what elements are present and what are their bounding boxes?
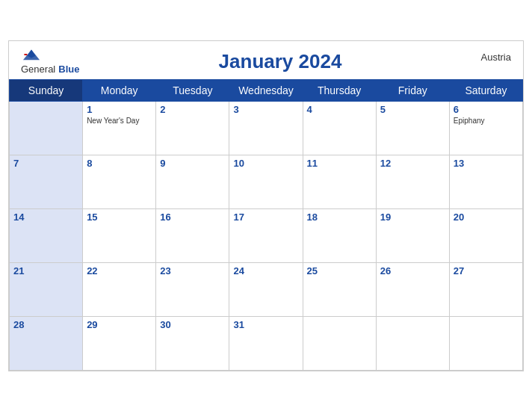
header-saturday: Saturday: [449, 79, 522, 101]
calendar-cell: 6Epiphany: [449, 101, 522, 155]
calendar-cell: 17: [229, 208, 303, 262]
calendar-week-row: 78910111213: [10, 155, 523, 208]
day-number: 11: [307, 158, 372, 169]
calendar-cell: 21: [10, 262, 83, 316]
calendar-cell: 15: [83, 208, 156, 262]
day-number: 3: [233, 104, 298, 115]
calendar-cell: 18: [303, 208, 376, 262]
calendar-week-row: 21222324252627: [10, 262, 523, 316]
logo-blue-text: Blue: [58, 64, 79, 75]
day-number: 24: [233, 265, 298, 276]
day-number: 19: [380, 211, 445, 223]
calendar-cell: 27: [449, 262, 522, 316]
calendar-cell: 12: [376, 155, 449, 208]
day-number: 20: [454, 211, 519, 223]
header-tuesday: Tuesday: [156, 79, 229, 101]
day-number: 10: [233, 158, 298, 169]
calendar-cell: 9: [156, 155, 229, 208]
calendar-cell: 31: [229, 316, 303, 370]
logo-icon: [21, 49, 42, 62]
calendar-cell: 3: [229, 101, 303, 155]
day-number: 7: [13, 158, 78, 169]
calendar-cell: 25: [303, 262, 376, 316]
day-number: 31: [233, 319, 298, 330]
calendar-cell: 24: [229, 262, 303, 316]
calendar-cell: 5: [376, 101, 449, 155]
calendar-cell: 23: [156, 262, 229, 316]
day-number: 26: [380, 265, 445, 276]
calendar-cell: 19: [376, 208, 449, 262]
calendar-body: 1New Year's Day23456Epiphany789101112131…: [10, 101, 523, 370]
header-friday: Friday: [376, 79, 449, 101]
holiday-name: New Year's Day: [87, 117, 152, 125]
day-number: 25: [307, 265, 372, 276]
day-number: 27: [454, 265, 519, 276]
calendar-cell: [449, 316, 522, 370]
calendar-cell: 22: [83, 262, 156, 316]
calendar-cell: 1New Year's Day: [83, 101, 156, 155]
calendar-cell: 14: [10, 208, 83, 262]
day-number: 18: [307, 211, 372, 223]
calendar-table: Sunday Monday Tuesday Wednesday Thursday…: [9, 79, 523, 371]
holiday-name: Epiphany: [454, 117, 519, 125]
day-number: 15: [87, 211, 152, 223]
calendar-cell: 4: [303, 101, 376, 155]
day-number: 9: [160, 158, 225, 169]
day-number: 22: [87, 265, 152, 276]
day-number: 13: [454, 158, 519, 169]
day-number: 8: [87, 158, 152, 169]
day-number: 23: [160, 265, 225, 276]
day-number: 14: [13, 211, 78, 223]
header-wednesday: Wednesday: [229, 79, 303, 101]
calendar-week-row: 28293031: [10, 316, 523, 370]
calendar: General Blue January 2024 Austria Sunday…: [8, 40, 524, 371]
day-number: 5: [380, 104, 445, 115]
day-number: 30: [160, 319, 225, 330]
day-number: 12: [380, 158, 445, 169]
calendar-week-row: 1New Year's Day23456Epiphany: [10, 101, 523, 155]
day-number: 16: [160, 211, 225, 223]
calendar-cell: 2: [156, 101, 229, 155]
calendar-cell: 11: [303, 155, 376, 208]
day-number: 17: [233, 211, 298, 223]
calendar-cell: 10: [229, 155, 303, 208]
calendar-cell: 13: [449, 155, 522, 208]
logo-general-text: General: [21, 64, 55, 75]
calendar-cell: 20: [449, 208, 522, 262]
calendar-cell: 16: [156, 208, 229, 262]
calendar-week-row: 14151617181920: [10, 208, 523, 262]
day-number: 21: [13, 265, 78, 276]
calendar-cell: 29: [83, 316, 156, 370]
header-sunday: Sunday: [10, 79, 83, 101]
day-number: 4: [307, 104, 372, 115]
calendar-cell: 7: [10, 155, 83, 208]
day-number: 6: [454, 104, 519, 115]
country-label: Austria: [481, 49, 511, 63]
weekday-header-row: Sunday Monday Tuesday Wednesday Thursday…: [10, 79, 523, 101]
header-monday: Monday: [83, 79, 156, 101]
calendar-cell: [303, 316, 376, 370]
day-number: 29: [87, 319, 152, 330]
calendar-cell: 26: [376, 262, 449, 316]
calendar-cell: 8: [83, 155, 156, 208]
calendar-cell: 30: [156, 316, 229, 370]
svg-rect-2: [24, 53, 27, 55]
calendar-cell: [376, 316, 449, 370]
header-thursday: Thursday: [303, 79, 376, 101]
day-number: 2: [160, 104, 225, 115]
calendar-cell: [10, 101, 83, 155]
calendar-title: January 2024: [79, 50, 480, 73]
calendar-header: General Blue January 2024 Austria: [9, 41, 523, 79]
day-number: 1: [87, 104, 152, 115]
logo-area: General Blue: [21, 49, 79, 75]
calendar-cell: 28: [10, 316, 83, 370]
day-number: 28: [13, 319, 78, 330]
